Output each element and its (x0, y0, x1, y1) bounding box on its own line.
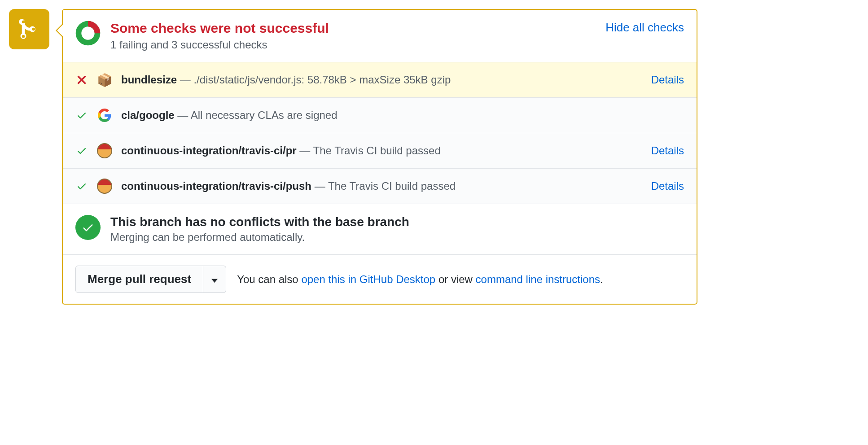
conflict-subtitle: Merging can be performed automatically. (110, 231, 409, 244)
merge-status-panel: Some checks were not successful 1 failin… (62, 9, 697, 305)
check-row: cla/google — All necessary CLAs are sign… (63, 98, 697, 133)
checks-summary: Some checks were not successful 1 failin… (63, 10, 697, 62)
check-desc: The Travis CI build passed (313, 144, 441, 157)
check-desc: The Travis CI build passed (328, 180, 456, 192)
google-icon (97, 108, 112, 123)
check-details-link[interactable]: Details (651, 180, 684, 192)
check-sep: — (311, 180, 328, 192)
git-merge-icon (18, 17, 41, 41)
conflict-title: This branch has no conflicts with the ba… (110, 215, 409, 229)
check-row: continuous-integration/travis-ci/push — … (63, 169, 697, 204)
merge-note-mid: or view (435, 273, 475, 285)
checks-summary-subtitle: 1 failing and 3 successful checks (110, 39, 596, 51)
check-icon (75, 110, 88, 121)
check-text: continuous-integration/travis-ci/push — … (121, 180, 642, 192)
check-name: continuous-integration/travis-ci/push (121, 180, 311, 192)
merge-note-suffix: . (600, 273, 603, 285)
package-icon: 📦 (97, 72, 112, 87)
check-icon (75, 181, 88, 192)
check-sep: — (297, 144, 313, 157)
checks-summary-title: Some checks were not successful (110, 21, 596, 36)
travis-icon (97, 143, 112, 158)
caret-down-icon (211, 279, 218, 283)
merge-note: You can also open this in GitHub Desktop… (237, 273, 603, 286)
check-name: cla/google (121, 109, 175, 121)
merge-pull-request-button[interactable]: Merge pull request (75, 266, 203, 293)
x-icon (75, 75, 88, 85)
open-github-desktop-link[interactable]: open this in GitHub Desktop (301, 273, 435, 285)
check-row: 📦bundlesize — ./dist/static/js/vendor.js… (63, 62, 697, 98)
check-sep: — (177, 74, 193, 86)
command-line-instructions-link[interactable]: command line instructions (476, 273, 600, 285)
check-name: bundlesize (121, 74, 177, 86)
conflict-status: This branch has no conflicts with the ba… (63, 204, 697, 255)
success-circle-icon (75, 215, 101, 240)
hide-all-checks-link[interactable]: Hide all checks (605, 21, 684, 35)
check-text: continuous-integration/travis-ci/pr — Th… (121, 144, 642, 157)
travis-icon (97, 179, 112, 194)
merge-note-prefix: You can also (237, 273, 301, 285)
merge-dropdown-button[interactable] (203, 266, 226, 293)
merge-actions: Merge pull request You can also open thi… (63, 255, 697, 304)
check-text: cla/google — All necessary CLAs are sign… (121, 109, 684, 122)
check-details-link[interactable]: Details (651, 144, 684, 157)
check-details-link[interactable]: Details (651, 74, 684, 86)
check-icon (82, 221, 94, 234)
merge-timeline-badge (9, 9, 49, 49)
check-desc: ./dist/static/js/vendor.js: 58.78kB > ma… (193, 74, 451, 86)
check-icon (75, 145, 88, 156)
check-name: continuous-integration/travis-ci/pr (121, 144, 297, 157)
check-row: continuous-integration/travis-ci/pr — Th… (63, 133, 697, 169)
check-text: bundlesize — ./dist/static/js/vendor.js:… (121, 74, 642, 86)
status-donut-icon (75, 21, 101, 46)
check-desc: All necessary CLAs are signed (191, 109, 338, 121)
check-sep: — (175, 109, 191, 121)
